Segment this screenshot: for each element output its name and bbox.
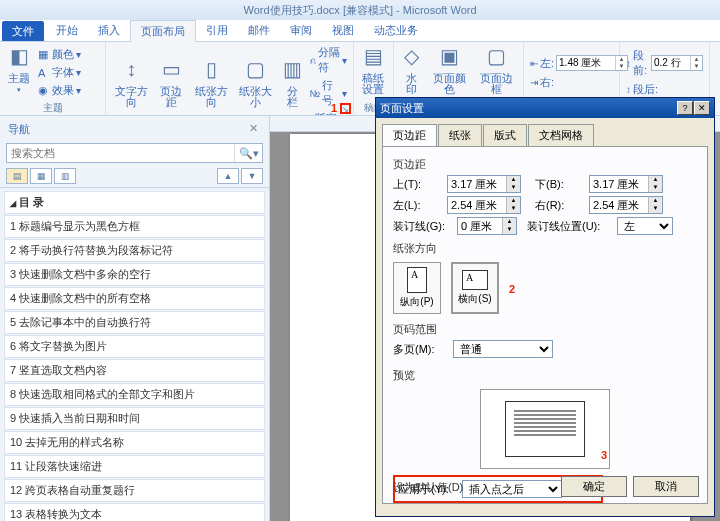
margin-right-input[interactable]: ▲▼	[589, 196, 663, 214]
preview-box	[480, 389, 610, 469]
label-gutter: 装订线(G):	[393, 219, 453, 234]
text-direction-button[interactable]: ↕文字方向	[112, 62, 150, 110]
cancel-button[interactable]: 取消	[633, 476, 699, 497]
nav-list[interactable]: ◢ 目 录 1 标题编号显示为黑色方框 2 将手动换行符替换为段落标记符 3 快…	[0, 188, 269, 521]
menu-dynamics[interactable]: 动态业务	[364, 20, 428, 41]
space-before-input[interactable]	[652, 56, 690, 70]
indent-right[interactable]: ⇥ 右:	[530, 74, 628, 91]
theme-effects[interactable]: ◉效果 ▾	[38, 82, 81, 99]
manuscript-button[interactable]: ▤稿纸 设置	[360, 49, 386, 97]
section-orientation: 纸张方向	[393, 241, 697, 256]
annotation-2: 2	[509, 283, 515, 295]
nav-prev-icon[interactable]: ▲	[217, 168, 239, 184]
breaks-button[interactable]: ⎌ 分隔符 ▾	[310, 44, 347, 76]
margin-left-input[interactable]: ▲▼	[447, 196, 521, 214]
dialog-help-icon[interactable]: ?	[677, 101, 693, 115]
section-page-range: 页码范围	[393, 322, 697, 337]
menu-bar: 文件 开始 插入 页面布局 引用 邮件 审阅 视图 动态业务	[0, 20, 720, 42]
nav-item[interactable]: 6 将文字替换为图片	[4, 335, 265, 358]
search-icon[interactable]: 🔍▾	[234, 144, 262, 162]
margins-button[interactable]: ▭页边距	[156, 62, 186, 110]
label-top: 上(T):	[393, 177, 443, 192]
nav-item[interactable]: 5 去除记事本中的自动换行符	[4, 311, 265, 334]
nav-item[interactable]: 1 标题编号显示为黑色方框	[4, 215, 265, 238]
size-button[interactable]: ▢纸张大小	[236, 62, 274, 110]
page-color-button[interactable]: ▣页面颜色	[429, 49, 470, 97]
theme-colors[interactable]: ▦颜色 ▾	[38, 46, 81, 63]
nav-search[interactable]: 🔍▾	[6, 143, 263, 163]
ok-button[interactable]: 确定	[561, 476, 627, 497]
nav-item[interactable]: 8 快速选取相同格式的全部文字和图片	[4, 383, 265, 406]
nav-item[interactable]: 4 快速删除文档中的所有空格	[4, 287, 265, 310]
tab-grid[interactable]: 文档网格	[528, 124, 594, 146]
page-setup-dialog: 页面设置 ?✕ 页边距 纸张 版式 文档网格 页边距 上(T): ▲▼ 下(B)…	[375, 97, 715, 517]
section-preview: 预览	[393, 368, 697, 383]
section-margins: 页边距	[393, 157, 697, 172]
label-right: 右(R):	[535, 198, 585, 213]
menu-review[interactable]: 审阅	[280, 20, 322, 41]
nav-view-headings[interactable]: ▤	[6, 168, 28, 184]
menu-insert[interactable]: 插入	[88, 20, 130, 41]
nav-view-results[interactable]: ▥	[54, 168, 76, 184]
nav-item[interactable]: 2 将手动换行符替换为段落标记符	[4, 239, 265, 262]
group-theme-label: 主题	[6, 101, 99, 115]
annotation-3: 3	[601, 449, 607, 461]
gutter-pos-select[interactable]: 左	[617, 217, 673, 235]
page-setup-dialog-launcher[interactable]: ↘	[340, 103, 351, 114]
orientation-landscape[interactable]: 横向(S)	[451, 262, 499, 314]
indent-left-input[interactable]	[557, 56, 615, 70]
space-before[interactable]: ↕ 段前: ▲▼	[626, 47, 703, 79]
orientation-button[interactable]: ▯纸张方向	[192, 62, 230, 110]
nav-item[interactable]: 7 竖直选取文档内容	[4, 359, 265, 382]
nav-item[interactable]: 12 跨页表格自动重复题行	[4, 479, 265, 502]
theme-fonts[interactable]: A字体 ▾	[38, 64, 81, 81]
tab-layout[interactable]: 版式	[483, 124, 527, 146]
tab-paper[interactable]: 纸张	[438, 124, 482, 146]
label-bottom: 下(B):	[535, 177, 585, 192]
nav-title: 导航	[8, 122, 30, 137]
menu-mailings[interactable]: 邮件	[238, 20, 280, 41]
nav-next-icon[interactable]: ▼	[241, 168, 263, 184]
title-bar: Word使用技巧.docx [兼容模式] - Microsoft Word	[0, 0, 720, 20]
preview-page	[505, 401, 585, 457]
menu-home[interactable]: 开始	[46, 20, 88, 41]
columns-button[interactable]: ▥分栏	[281, 62, 304, 110]
tab-margins[interactable]: 页边距	[382, 124, 437, 146]
label-gutter-pos: 装订线位置(U):	[527, 219, 613, 234]
nav-toc-header[interactable]: ◢ 目 录	[4, 191, 265, 214]
space-after[interactable]: ↕ 段后:	[626, 81, 703, 98]
menu-references[interactable]: 引用	[196, 20, 238, 41]
navigation-pane: 导航✕ 🔍▾ ▤ ▦ ▥ ▲ ▼ ◢ 目 录 1 标题编号显示为黑色方框 2 将…	[0, 116, 270, 521]
orientation-portrait[interactable]: 纵向(P)	[393, 262, 441, 314]
watermark-button[interactable]: ◇水印	[400, 49, 423, 97]
margin-top-input[interactable]: ▲▼	[447, 175, 521, 193]
dialog-close-icon[interactable]: ✕	[694, 101, 710, 115]
themes-button[interactable]: ◧主题▾	[6, 49, 32, 97]
label-left: 左(L):	[393, 198, 443, 213]
nav-item[interactable]: 3 快速删除文档中多余的空行	[4, 263, 265, 286]
nav-view-pages[interactable]: ▦	[30, 168, 52, 184]
indent-left[interactable]: ⇤ 左: ▲▼	[530, 54, 628, 72]
nav-item[interactable]: 10 去掉无用的样式名称	[4, 431, 265, 454]
multi-page-select[interactable]: 普通	[453, 340, 553, 358]
nav-item[interactable]: 11 让段落快速缩进	[4, 455, 265, 478]
label-multi: 多页(M):	[393, 342, 449, 357]
margin-bottom-input[interactable]: ▲▼	[589, 175, 663, 193]
dialog-title: 页面设置	[380, 101, 424, 116]
menu-page-layout[interactable]: 页面布局	[130, 20, 196, 42]
gutter-input[interactable]: ▲▼	[457, 217, 517, 235]
search-input[interactable]	[7, 144, 234, 162]
annotation-1: 1	[331, 102, 337, 114]
nav-close-icon[interactable]: ✕	[246, 122, 261, 137]
page-border-button[interactable]: ▢页面边框	[476, 49, 517, 97]
menu-view[interactable]: 视图	[322, 20, 364, 41]
menu-file[interactable]: 文件	[2, 21, 44, 41]
nav-item[interactable]: 9 快速插入当前日期和时间	[4, 407, 265, 430]
nav-item[interactable]: 13 表格转换为文本	[4, 503, 265, 521]
